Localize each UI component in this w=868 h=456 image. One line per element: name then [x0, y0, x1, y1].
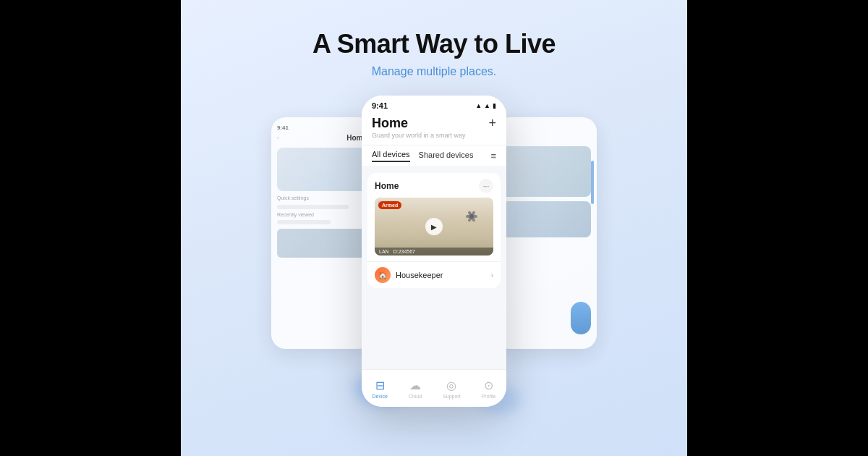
cloud-icon: ☁	[409, 379, 421, 392]
housekeeper-icon: 🏠	[375, 267, 391, 283]
bg-left-text1	[277, 205, 349, 209]
signal-icon: ▲	[475, 102, 482, 109]
battery-icon: ▮	[493, 102, 496, 109]
housekeeper-label: Housekeeper	[396, 271, 486, 279]
bg-right-image1	[501, 146, 591, 197]
right-dark-panel	[687, 0, 868, 456]
bg-left-quick-label: Quick settings	[277, 195, 367, 200]
status-bar: 9:41 ▲ ▲ ▮	[362, 96, 506, 113]
phone-header: Home + Guard your world in a smart way	[362, 113, 506, 145]
bg-left-text2	[277, 220, 331, 224]
bg-left-recent-label: Recently viewed	[277, 212, 367, 217]
phone-background-left: 9:41 ‹ Home Quick settings Recently view…	[271, 117, 373, 349]
support-icon: ◎	[446, 379, 456, 392]
play-icon: ▶	[431, 223, 437, 231]
profile-icon: ⊙	[484, 379, 493, 392]
nav-profile[interactable]: ⊙ Profile	[482, 379, 496, 399]
phone-background-right	[495, 117, 597, 349]
center-panel: A Smart Way to Live Manage multiple plac…	[181, 0, 687, 456]
nav-device-label: Device	[372, 394, 387, 399]
fan-center	[469, 214, 474, 219]
home-section: Home ···	[367, 173, 501, 288]
housekeeper-emoji: 🏠	[378, 271, 387, 279]
wifi-icon: ▲	[484, 102, 490, 109]
section-header: Home ···	[367, 173, 501, 198]
phone-body: Home ···	[362, 167, 506, 377]
nav-profile-label: Profile	[482, 394, 496, 399]
home-title: Home	[372, 116, 408, 131]
nav-cloud-label: Cloud	[409, 394, 422, 399]
phone-tabs: All devices Shared devices ≡	[362, 145, 506, 167]
tab-all-devices[interactable]: All devices	[372, 150, 410, 162]
phones-wrapper: 9:41 ‹ Home Quick settings Recently view…	[311, 96, 557, 428]
camera-info-bar: LAN D:234567	[375, 248, 493, 256]
menu-icon[interactable]: ≡	[490, 151, 496, 161]
phone-main: 9:41 ▲ ▲ ▮ Home + Guard your world in a …	[362, 96, 506, 407]
more-options-button[interactable]: ···	[479, 179, 493, 193]
section-title: Home	[375, 181, 399, 191]
page-subtitle: Manage multiple places.	[372, 65, 497, 78]
bg-left-time: 9:41	[277, 124, 367, 131]
more-dots-icon: ···	[483, 182, 489, 190]
nav-support[interactable]: ◎ Support	[443, 379, 461, 399]
page-title: A Smart Way to Live	[312, 29, 556, 59]
play-button[interactable]: ▶	[425, 218, 443, 235]
home-subtitle: Guard your world in a smart way	[372, 132, 496, 139]
status-icons: ▲ ▲ ▮	[475, 102, 496, 109]
status-time: 9:41	[372, 101, 388, 110]
left-dark-panel	[0, 0, 181, 456]
device-icon: ⊟	[375, 379, 385, 392]
tab-shared-devices[interactable]: Shared devices	[419, 151, 474, 161]
lan-label: LAN	[379, 249, 389, 254]
bg-left-image	[277, 148, 367, 191]
nav-device[interactable]: ⊟ Device	[372, 379, 387, 399]
nav-support-label: Support	[443, 394, 461, 399]
right-phone-oval-btn	[571, 302, 591, 334]
bg-left-image2	[277, 229, 367, 258]
bottom-navigation: ⊟ Device ☁ Cloud ◎ Support ⊙ Profile	[362, 369, 506, 407]
ceiling-fan	[459, 203, 485, 229]
camera-id: D:234567	[393, 249, 415, 254]
housekeeper-row[interactable]: 🏠 Housekeeper ›	[367, 261, 501, 288]
add-button[interactable]: +	[488, 116, 496, 131]
nav-cloud[interactable]: ☁ Cloud	[409, 379, 422, 399]
scroll-indicator	[591, 161, 594, 204]
bg-right-image2	[501, 201, 591, 237]
camera-thumbnail[interactable]: Armed ▶ LAN D:234567	[375, 198, 493, 256]
chevron-right-icon: ›	[491, 271, 493, 279]
armed-badge: Armed	[378, 201, 401, 209]
